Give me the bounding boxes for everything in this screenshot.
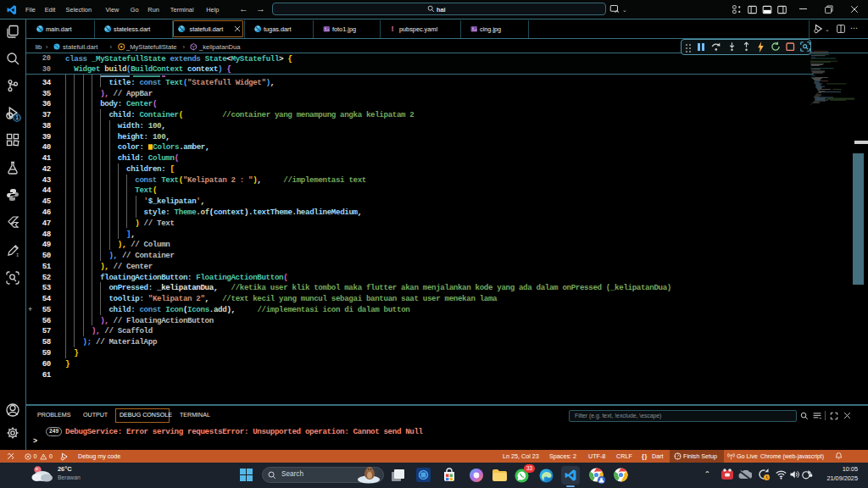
svg-text:1: 1 xyxy=(15,114,19,120)
